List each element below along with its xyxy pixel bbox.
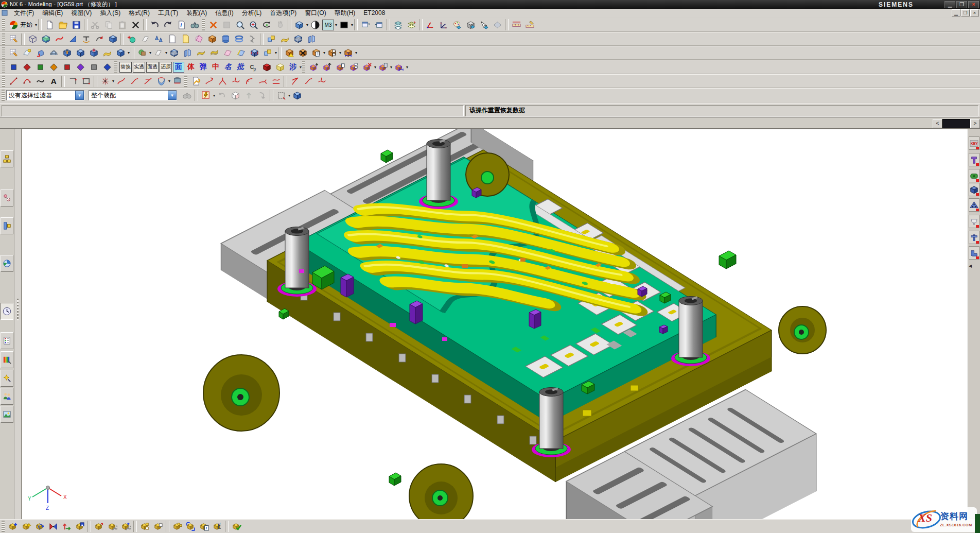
select-body-cube[interactable] (290, 89, 304, 101)
assembly-constraints[interactable] (46, 520, 60, 532)
child-restore-button[interactable]: ❐ (961, 9, 970, 16)
menu-首选项[interactable]: 首选项(P) (266, 9, 301, 17)
snap-point-options[interactable] (199, 89, 213, 101)
history-tab[interactable] (1, 303, 13, 320)
find-in-selection[interactable] (180, 89, 194, 101)
block[interactable] (74, 47, 87, 59)
new-file[interactable] (43, 19, 56, 31)
delete-face[interactable] (296, 47, 309, 59)
copy-position[interactable]: Cp (247, 61, 260, 73)
menu-帮助[interactable]: 帮助(H) (330, 9, 360, 17)
edit-object-display[interactable] (450, 19, 464, 31)
interference-cn-dropdown[interactable]: ▾ (300, 65, 302, 70)
copy[interactable] (102, 19, 115, 31)
offset-curve[interactable] (114, 75, 128, 88)
deformable-component[interactable] (151, 520, 165, 532)
component-list[interactable] (376, 61, 390, 73)
reuse-screw-part[interactable] (969, 231, 979, 244)
wcs-orient[interactable] (437, 19, 450, 31)
system-materials-tab[interactable] (1, 332, 13, 349)
splitter-grip-icon[interactable] (17, 299, 19, 320)
start-button[interactable]: 开始 (7, 19, 34, 31)
display-plane[interactable] (138, 33, 152, 45)
show-constraints[interactable] (60, 520, 73, 532)
reuse-clamp-part[interactable] (969, 169, 979, 182)
stretch-curve[interactable] (256, 75, 269, 88)
exploded-views[interactable] (92, 520, 106, 532)
quick-tool-6[interactable] (74, 61, 87, 73)
sheet-from-curves[interactable] (100, 47, 114, 59)
datum-plane[interactable] (20, 47, 33, 59)
scene-tab[interactable] (1, 406, 13, 423)
datum-plane-drop[interactable] (151, 47, 165, 59)
layer-settings[interactable] (391, 19, 405, 31)
chevron-down-icon[interactable]: ▼ (168, 91, 177, 100)
spline[interactable] (33, 75, 47, 88)
instance-pair[interactable] (265, 33, 278, 45)
fillet-curve[interactable] (242, 75, 256, 88)
new-window[interactable] (372, 19, 386, 31)
restore-button[interactable]: ❐ (956, 1, 967, 8)
menu-插入[interactable]: 插入(S) (96, 9, 125, 17)
move-component[interactable] (33, 520, 46, 532)
toolbar-handle[interactable] (184, 76, 187, 87)
text-curve[interactable]: A (47, 75, 60, 88)
view-background-dropdown[interactable]: ▾ (351, 23, 353, 27)
toolbar-handle[interactable] (2, 90, 5, 101)
split-body[interactable] (181, 47, 194, 59)
patch-body[interactable] (234, 47, 248, 59)
selection-filter-dropdown[interactable]: 没有选择过滤器 ▼ (6, 90, 84, 100)
quick-tool-7[interactable] (87, 61, 100, 73)
interference-cn[interactable]: 涉 (287, 62, 299, 73)
toolbar-handle[interactable] (2, 521, 5, 532)
pattern-face[interactable] (325, 47, 339, 59)
menu-ET2008[interactable]: ET2008 (359, 9, 389, 17)
reuse-key-part[interactable]: KEY (969, 136, 979, 150)
section-view[interactable] (39, 33, 52, 45)
undo[interactable] (148, 19, 161, 31)
undo-selection[interactable] (215, 89, 229, 101)
select-solid[interactable] (229, 89, 242, 101)
menu-视图[interactable]: 视图(V) (67, 9, 96, 17)
rectangle-select[interactable] (274, 89, 288, 101)
snapshot[interactable] (7, 33, 20, 45)
trim-body[interactable] (167, 47, 181, 59)
render-style[interactable] (308, 19, 322, 31)
replace-reference-set[interactable]: 替换 (119, 62, 132, 73)
thicken[interactable] (207, 47, 221, 59)
unite[interactable] (135, 47, 149, 59)
more-features-dropdown[interactable]: ▾ (128, 50, 130, 55)
toolbar-handle[interactable] (202, 19, 205, 30)
fit-box[interactable] (220, 19, 233, 31)
quick-tool-8[interactable] (100, 61, 114, 73)
paste[interactable] (115, 19, 129, 31)
toolbar-handle[interactable] (2, 76, 5, 87)
rotate-view[interactable] (260, 19, 273, 31)
row2-options[interactable] (318, 33, 331, 45)
toolbar-handle[interactable] (2, 33, 5, 45)
section-curve[interactable] (170, 75, 184, 88)
synchronous-modeling[interactable] (283, 47, 296, 59)
toolbar-handle[interactable] (2, 61, 5, 73)
restore-display[interactable]: 还原 (160, 62, 172, 73)
component-groups[interactable] (138, 520, 151, 532)
pattern-component[interactable] (170, 520, 184, 532)
quick-tool-5[interactable] (60, 61, 74, 73)
minimize-button[interactable]: ▁ (944, 1, 955, 8)
zoom-in-out[interactable] (247, 19, 260, 31)
redo[interactable] (161, 19, 174, 31)
copy-face[interactable] (309, 47, 323, 59)
curve-length[interactable] (269, 75, 283, 88)
visualization-tab[interactable] (1, 370, 13, 387)
child-close-button[interactable]: × (970, 9, 979, 16)
face-select-cn[interactable]: 面 (173, 62, 184, 73)
rotate-reference[interactable] (93, 33, 106, 45)
row3-options[interactable] (357, 47, 371, 59)
roles-tab[interactable] (1, 388, 13, 405)
rectangle[interactable] (79, 75, 93, 88)
view-background[interactable] (337, 19, 351, 31)
note-page[interactable] (179, 33, 192, 45)
save-file[interactable] (69, 19, 83, 31)
child-minimize-button[interactable]: ▁ (952, 9, 960, 16)
reuse-cap-part[interactable] (969, 215, 979, 228)
